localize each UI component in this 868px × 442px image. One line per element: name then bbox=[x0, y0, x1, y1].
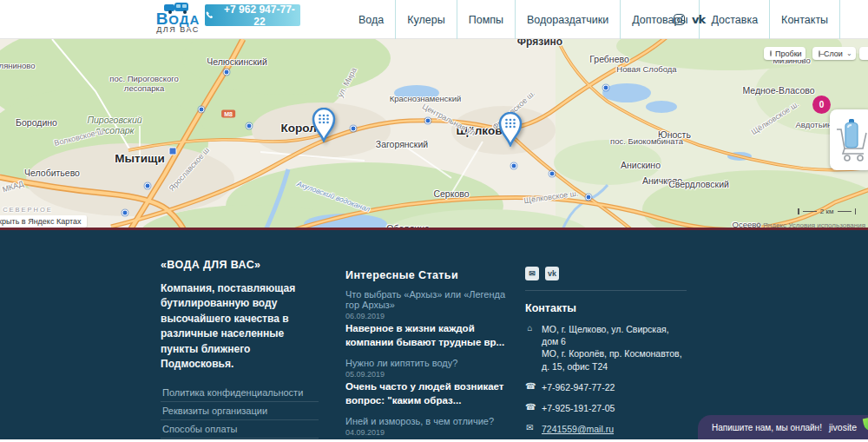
layers-icon bbox=[819, 50, 820, 57]
route-shield: М8 bbox=[221, 110, 235, 118]
footer-social-row: ✉ vk bbox=[525, 267, 687, 280]
footer-about-column: «ВОДА ДЛЯ ВАС» Компания, поставляющая бу… bbox=[161, 259, 319, 442]
phone-button-label: +7 962 947-77-22 bbox=[219, 3, 300, 28]
cart-bottle-icon bbox=[833, 117, 868, 162]
map-pin-Щёлково[interactable] bbox=[498, 112, 523, 150]
email-row: ✉ 7241559@mail.ru bbox=[525, 423, 687, 435]
phone-icon: ☎ bbox=[525, 381, 535, 392]
transit-station-icon[interactable] bbox=[169, 148, 177, 155]
map-poi-dot[interactable] bbox=[603, 85, 609, 91]
chat-brand: jivosite bbox=[829, 422, 857, 432]
nav-item-1[interactable]: Вода bbox=[347, 0, 396, 39]
footer-company-description: Компания, поставляющая бутилированную во… bbox=[161, 281, 319, 372]
map-scalebar: 2 км bbox=[798, 208, 856, 215]
map-poi-dot[interactable] bbox=[199, 107, 205, 113]
nav-item-4[interactable]: Водораздатчики bbox=[516, 0, 621, 39]
nav-item-7[interactable]: Контакты bbox=[770, 0, 840, 39]
layers-button[interactable]: Слои ⌄ bbox=[812, 47, 856, 60]
logo-text-sub: для вас bbox=[152, 25, 204, 34]
logo[interactable]: Вода для вас bbox=[152, 2, 204, 34]
logo-text-main: Вода bbox=[152, 14, 204, 24]
article-date: 04.09.2019 bbox=[345, 428, 512, 437]
copyright-label: © Яндекс bbox=[756, 221, 786, 229]
article-item-3: Иней и изморозь, в чем отличие?04.09.201… bbox=[345, 416, 512, 442]
footer-mail-icon[interactable]: ✉ bbox=[525, 267, 539, 280]
phone-row-2: ☎ +7-925-191-27-05 bbox=[525, 402, 687, 414]
footer-link-3[interactable]: Способы оплаты bbox=[161, 420, 319, 439]
map-poi-dot[interactable] bbox=[511, 163, 517, 169]
address-text: МО, г. Щелково, ул. Свирская, дом 6 МО, … bbox=[542, 323, 687, 373]
map-poi-dot[interactable] bbox=[122, 210, 128, 216]
instagram-icon[interactable] bbox=[674, 14, 685, 25]
leaf-icon bbox=[863, 416, 868, 431]
article-date: 06.09.2019 bbox=[345, 312, 512, 320]
map-poi-dot[interactable] bbox=[425, 118, 431, 124]
phone-button[interactable]: +7 962 947-77-22 bbox=[205, 4, 300, 26]
map-copyright: © Яндекс Условия использования bbox=[756, 221, 865, 229]
scale-label: 2 км bbox=[820, 208, 834, 215]
traffic-label: Пробки bbox=[775, 49, 802, 58]
chevron-down-icon: ⌄ bbox=[846, 49, 852, 57]
articles-title: Интересные Статьи bbox=[345, 269, 512, 281]
map-poi-dot[interactable] bbox=[145, 183, 151, 189]
nav-item-2[interactable]: Кулеры bbox=[396, 0, 457, 39]
footer-links-list: Политика конфиденциальностиРеквизиты орг… bbox=[161, 384, 319, 442]
map-poi-dot[interactable] bbox=[586, 195, 592, 201]
footer-link-4[interactable]: Процесс передачи данных bbox=[161, 439, 319, 442]
map-terrain bbox=[0, 39, 868, 230]
header-social: vk bbox=[674, 0, 705, 39]
phone-number-2[interactable]: +7-925-191-27-05 bbox=[542, 402, 615, 414]
traffic-icon bbox=[770, 50, 772, 56]
yandex-map[interactable]: МытищиКоролёвЩёлковоФрязиноЧелюскинскийБ… bbox=[0, 39, 868, 230]
footer-articles-column: Интересные Статьи Что выбрать «Архыз» ил… bbox=[345, 269, 512, 442]
article-item-2: Нужно ли кипятить воду?05.09.2019Очень ч… bbox=[345, 358, 512, 407]
header: Вода для вас +7 962 947-77-22 ВодаКулеры… bbox=[0, 0, 868, 39]
traffic-button[interactable]: Пробки bbox=[764, 47, 806, 60]
phone-row-1: ☎ +7-962-947-77-22 bbox=[525, 381, 687, 393]
nav-item-3[interactable]: Помпы bbox=[457, 0, 516, 39]
map-pin-Королёв[interactable] bbox=[312, 108, 336, 146]
footer-company-title: «ВОДА ДЛЯ ВАС» bbox=[161, 259, 319, 271]
article-excerpt: Очень часто у людей возникает вопрос: "к… bbox=[345, 380, 512, 407]
article-excerpt: Наверное в жизни каждой компании бывают … bbox=[345, 322, 512, 349]
article-link[interactable]: Что выбрать «Архыз» или «Легенда гор Арх… bbox=[345, 289, 512, 310]
terms-of-use-link[interactable]: Условия использования bbox=[788, 221, 865, 229]
map-poi-dot[interactable] bbox=[549, 171, 556, 177]
footer-link-1[interactable]: Политика конфиденциальности bbox=[161, 384, 319, 402]
open-in-yandex-maps-link[interactable]: Открыть в Яндекс Картах bbox=[0, 215, 87, 228]
article-excerpt: Во второй половине осени температура по … bbox=[345, 439, 512, 442]
map-poi-dot[interactable] bbox=[351, 126, 357, 132]
cart-widget[interactable] bbox=[830, 109, 868, 170]
jivosite-chat-bar[interactable]: Напишите нам, мы онлайн! jivosite bbox=[698, 415, 868, 439]
main-nav: ВодаКулерыПомпыВодораздатчикиДоптоварыДо… bbox=[347, 0, 840, 39]
articles-list: Что выбрать «Архыз» или «Легенда гор Арх… bbox=[345, 289, 512, 442]
article-link[interactable]: Нужно ли кипятить воду? bbox=[345, 358, 512, 368]
phone-number-1[interactable]: +7-962-947-77-22 bbox=[542, 381, 615, 393]
map-poi-dot[interactable] bbox=[224, 69, 230, 76]
email-link[interactable]: 7241559@mail.ru bbox=[542, 423, 614, 435]
contacts-title: Контакты bbox=[525, 302, 687, 314]
cart-badge: 0 bbox=[812, 96, 831, 114]
phone-icon: ☎ bbox=[525, 402, 535, 412]
nav-item-6[interactable]: Доставка bbox=[700, 0, 770, 39]
chat-message: Напишите нам, мы онлайн! bbox=[712, 423, 822, 432]
envelope-icon: ✉ bbox=[525, 423, 535, 433]
address-row: ⌂ МО, г. Щелково, ул. Свирская, дом 6 МО… bbox=[525, 323, 687, 373]
vk-icon[interactable]: vk bbox=[692, 13, 705, 26]
home-icon: ⌂ bbox=[525, 323, 535, 333]
ruler-button[interactable] bbox=[859, 47, 868, 60]
footer-vk-icon[interactable]: vk bbox=[545, 267, 559, 280]
footer-contacts-column: ✉ vk Контакты ⌂ МО, г. Щелково, ул. Свир… bbox=[525, 267, 687, 442]
phone-icon bbox=[205, 10, 214, 20]
article-item-1: Что выбрать «Архыз» или «Легенда гор Арх… bbox=[345, 289, 512, 349]
article-date: 05.09.2019 bbox=[345, 370, 512, 379]
article-link[interactable]: Иней и изморозь, в чем отличие? bbox=[345, 416, 512, 426]
layers-label: Слои bbox=[824, 49, 843, 58]
divider bbox=[525, 290, 687, 291]
footer: «ВОДА ДЛЯ ВАС» Компания, поставляющая бу… bbox=[0, 230, 868, 439]
footer-link-2[interactable]: Реквизиты организации bbox=[161, 402, 319, 420]
map-poi-dot[interactable] bbox=[247, 123, 253, 129]
